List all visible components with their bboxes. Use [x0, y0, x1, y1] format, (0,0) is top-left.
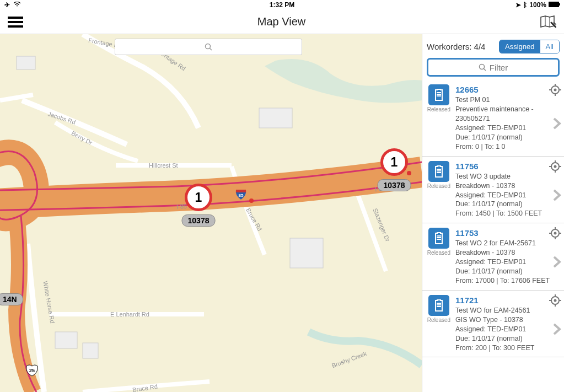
- workorder-id[interactable]: 11721: [455, 295, 562, 306]
- workorder-panel: Workorders: 4/4 Assigned All Filter Rele…: [422, 34, 564, 392]
- battery-percent: 100%: [529, 1, 546, 9]
- map-canvas[interactable]: 85 25 Frontage RdFrontage RdJacobs RdBer…: [0, 34, 422, 392]
- svg-rect-9: [83, 343, 98, 358]
- workorder-item[interactable]: Released11756Test WO 3 updateBreakdown -…: [422, 157, 564, 224]
- svg-rect-5: [17, 56, 35, 69]
- workorder-type: GIS WO Type - 10378: [455, 315, 562, 325]
- map-edit-button[interactable]: [540, 15, 556, 29]
- pin-label: 10378: [182, 214, 216, 227]
- map-pin[interactable]: 110378: [185, 184, 212, 214]
- pin-count: 1: [380, 148, 408, 176]
- svg-line-16: [484, 69, 486, 71]
- svg-text:25: 25: [29, 368, 35, 373]
- svg-point-30: [554, 232, 557, 235]
- chevron-right-icon[interactable]: [552, 255, 562, 271]
- status-label: Released: [427, 250, 450, 256]
- workorder-type: Preventive maintenance - 230505271: [455, 105, 562, 123]
- road-label: E Lenhardt Rd: [110, 311, 149, 318]
- status-label: Released: [427, 317, 450, 323]
- workorder-fromto: From: 1450 | To: 1500 FEET: [455, 209, 562, 218]
- workorder-item[interactable]: Released11753Test WO 2 for EAM-25671Brea…: [422, 223, 564, 291]
- locate-button[interactable]: [549, 227, 562, 240]
- locate-button[interactable]: [549, 294, 562, 307]
- workorder-assigned: Assigned: TED-EMP01: [455, 325, 562, 334]
- status-label: Released: [427, 183, 450, 189]
- workorder-list[interactable]: Released12665Test PM 01Preventive mainte…: [422, 80, 564, 392]
- page-title: Map View: [257, 15, 305, 28]
- workorder-title: Test WO 3 update: [455, 172, 562, 181]
- workorder-body: 11753Test WO 2 for EAM-25671Breakdown - …: [455, 228, 562, 286]
- chevron-right-icon[interactable]: [552, 188, 562, 205]
- clipboard-icon: [428, 161, 449, 182]
- location-icon: ➤: [515, 1, 521, 9]
- chevron-right-icon[interactable]: [552, 322, 562, 339]
- clipboard-icon: [428, 228, 449, 249]
- svg-point-36: [554, 299, 557, 302]
- status-bar: ✈ 1:32 PM ➤ ᛒ 100%: [0, 0, 564, 10]
- chevron-right-icon[interactable]: [552, 116, 562, 133]
- workorder-due: Due: 1/10/17 (normal): [455, 267, 562, 276]
- workorder-due: Due: 1/10/17 (normal): [455, 133, 562, 142]
- workorder-title: Test WO for EAM-24561: [455, 306, 562, 315]
- workorder-title: Test WO 2 for EAM-25671: [455, 239, 562, 248]
- svg-rect-8: [55, 332, 77, 348]
- workorder-body: 11721Test WO for EAM-24561GIS WO Type - …: [455, 295, 562, 353]
- svg-point-15: [479, 65, 484, 69]
- status-label: Released: [427, 106, 450, 112]
- workorder-status: Released: [426, 295, 452, 353]
- workorder-due: Due: 1/10/17 (normal): [455, 334, 562, 343]
- pin-label: 10378: [378, 179, 411, 191]
- workorder-item[interactable]: Released11721Test WO for EAM-24561GIS WO…: [422, 291, 564, 358]
- svg-point-18: [554, 89, 557, 92]
- workorder-type: Breakdown - 10378: [455, 181, 562, 191]
- filter-input[interactable]: Filter: [427, 58, 560, 77]
- search-icon: [205, 43, 212, 51]
- clipboard-icon: [428, 295, 449, 316]
- seg-assigned[interactable]: Assigned: [499, 40, 540, 53]
- workorder-type: Breakdown - 10378: [455, 248, 562, 257]
- workorder-status: Released: [426, 84, 452, 152]
- wifi-icon: [13, 1, 21, 9]
- map-pin[interactable]: 110378: [380, 148, 408, 179]
- road-label: Hillcrest St: [149, 162, 178, 169]
- filter-label: Filter: [490, 63, 508, 72]
- workorder-item[interactable]: Released12665Test PM 01Preventive mainte…: [422, 80, 564, 157]
- svg-rect-1: [559, 3, 560, 6]
- svg-rect-7: [290, 238, 323, 268]
- workorder-assigned: Assigned: TED-EMP01: [455, 191, 562, 200]
- airplane-icon: ✈: [4, 1, 10, 9]
- svg-point-13: [206, 44, 211, 49]
- workorder-count: Workorders: 4/4: [427, 42, 495, 51]
- workorder-fromto: From: 200 | To: 300 FEET: [455, 343, 562, 353]
- clipboard-icon: [428, 84, 449, 105]
- svg-line-14: [210, 49, 212, 51]
- locate-button[interactable]: [549, 160, 562, 173]
- workorder-status: Released: [426, 228, 452, 286]
- title-bar: Map View: [0, 10, 564, 34]
- workorder-fromto: From: 0 | To: 1 0: [455, 142, 562, 152]
- menu-button[interactable]: [8, 17, 23, 28]
- map-edge-label: 14N: [0, 293, 23, 305]
- workorder-id[interactable]: 11756: [455, 161, 562, 172]
- svg-point-10: [249, 198, 254, 203]
- workorder-id[interactable]: 12665: [455, 84, 562, 95]
- workorder-assigned: Assigned: TED-EMP01: [455, 123, 562, 133]
- workorder-status: Released: [426, 161, 452, 219]
- map-search-input[interactable]: [115, 39, 302, 55]
- seg-all[interactable]: All: [540, 40, 559, 53]
- workorder-due: Due: 1/10/17 (normal): [455, 200, 562, 209]
- workorder-title: Test PM 01: [455, 95, 562, 105]
- workorder-fromto: From: 17000 | To: 17606 FEET: [455, 276, 562, 286]
- workorder-id[interactable]: 11753: [455, 228, 562, 239]
- svg-point-24: [554, 165, 557, 168]
- svg-rect-6: [259, 108, 292, 128]
- svg-rect-0: [549, 2, 559, 7]
- bluetooth-icon: ᛒ: [523, 1, 527, 9]
- search-icon: [479, 63, 486, 71]
- assigned-toggle[interactable]: Assigned All: [499, 40, 560, 53]
- pin-count: 1: [185, 184, 212, 211]
- battery-icon: [549, 1, 561, 9]
- locate-button[interactable]: [549, 83, 562, 96]
- svg-text:85: 85: [239, 193, 244, 198]
- workorder-assigned: Assigned: TED-EMP01: [455, 257, 562, 267]
